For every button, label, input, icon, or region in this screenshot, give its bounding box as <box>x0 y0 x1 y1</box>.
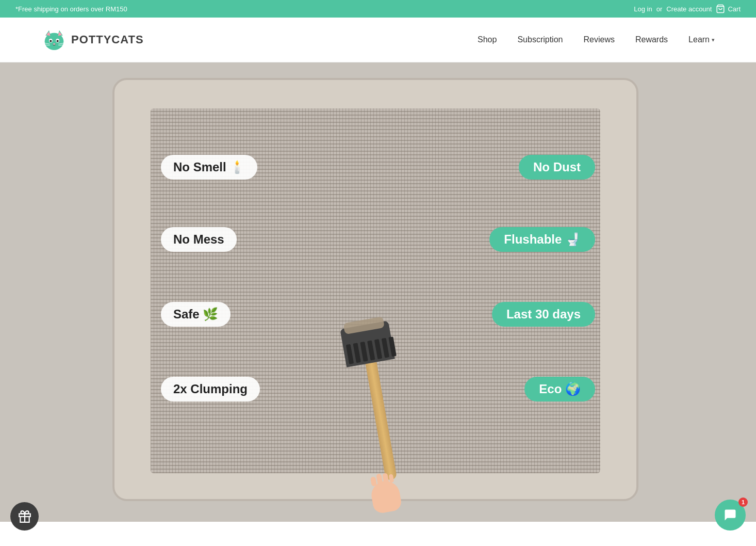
cart-link[interactable]: Cart <box>716 4 741 13</box>
bubble-last-30: Last 30 days <box>492 302 595 327</box>
header-auth-links: Log in or Create account Cart <box>634 4 741 13</box>
bubble-clumping: 2x Clumping <box>161 377 260 402</box>
litter-box-outer: No Smell 🕯️ No Dust No Mess Flushable 🚽 <box>112 78 638 501</box>
bubble-flushable: Flushable 🚽 <box>489 227 595 252</box>
bubble-no-smell: No Smell 🕯️ <box>161 155 257 180</box>
nav-subscription[interactable]: Subscription <box>517 35 563 44</box>
eco-text: Eco 🌍 <box>539 382 581 396</box>
announcement-text: *Free shipping on orders over RM150 <box>15 5 127 13</box>
chat-icon <box>723 508 737 522</box>
svg-point-8 <box>50 40 52 42</box>
separator: or <box>656 5 663 13</box>
gift-icon <box>18 510 31 523</box>
bubble-eco: Eco 🌍 <box>524 377 595 402</box>
main-nav: Shop Subscription Reviews Rewards Learn … <box>478 35 715 44</box>
rewards-fab[interactable] <box>10 502 39 531</box>
safe-text: Safe 🌿 <box>173 307 218 321</box>
no-smell-text: No Smell 🕯️ <box>173 160 245 174</box>
logo-icon <box>41 27 67 53</box>
hero-section: No Smell 🕯️ No Dust No Mess Flushable 🚽 <box>0 62 756 522</box>
bubble-safe: Safe 🌿 <box>161 302 231 327</box>
last-30-text: Last 30 days <box>506 307 581 321</box>
create-account-link[interactable]: Create account <box>666 5 712 13</box>
hero-image-container: No Smell 🕯️ No Dust No Mess Flushable 🚽 <box>97 73 659 511</box>
bubble-no-dust: No Dust <box>519 155 595 180</box>
logo-area: POTTYCATS <box>41 27 144 53</box>
clumping-text: 2x Clumping <box>173 382 248 396</box>
nav-reviews[interactable]: Reviews <box>583 35 614 44</box>
brand-name: POTTYCATS <box>71 33 144 46</box>
login-link[interactable]: Log in <box>634 5 652 13</box>
site-header: POTTYCATS Shop Subscription Reviews Rewa… <box>0 18 756 62</box>
announcement-bar: *Free shipping on orders over RM150 Log … <box>0 0 756 18</box>
cart-label: Cart <box>728 5 741 13</box>
no-dust-text: No Dust <box>533 160 581 174</box>
cart-icon <box>716 4 725 13</box>
nav-learn[interactable]: Learn ▾ <box>688 35 715 44</box>
chevron-down-icon: ▾ <box>712 37 715 43</box>
nav-rewards[interactable]: Rewards <box>635 35 668 44</box>
flushable-text: Flushable 🚽 <box>504 232 581 246</box>
bubble-no-mess: No Mess <box>161 227 237 252</box>
no-mess-text: No Mess <box>173 232 224 246</box>
chat-fab[interactable]: 1 <box>715 500 746 531</box>
svg-point-10 <box>53 43 55 45</box>
svg-point-9 <box>57 40 59 42</box>
chat-badge: 1 <box>738 497 748 507</box>
nav-shop[interactable]: Shop <box>478 35 497 44</box>
